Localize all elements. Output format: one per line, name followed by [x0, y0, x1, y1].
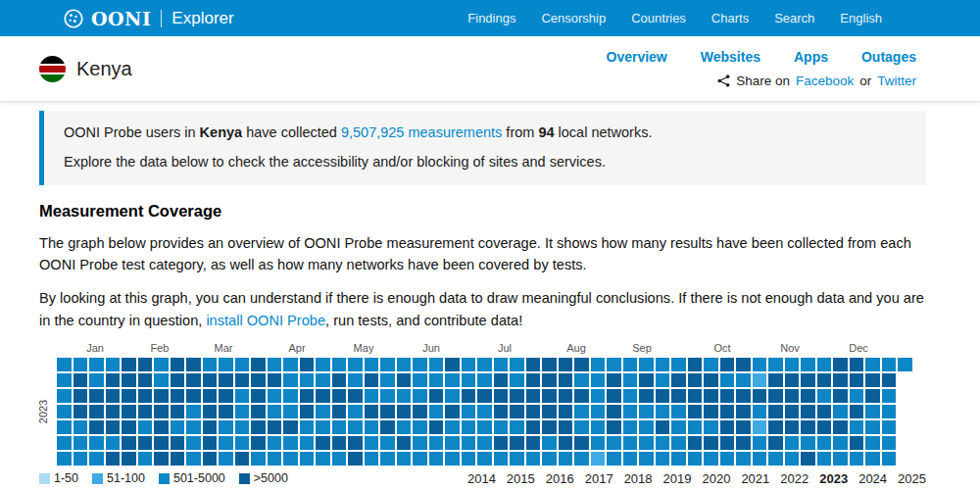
heatmap-cell[interactable]	[106, 373, 121, 387]
heatmap-cell[interactable]	[219, 373, 233, 387]
heatmap-cell[interactable]	[623, 389, 638, 403]
heatmap-cell[interactable]	[316, 405, 330, 418]
heatmap-cell[interactable]	[445, 436, 460, 450]
heatmap-cell[interactable]	[235, 436, 250, 450]
heatmap-cell[interactable]	[656, 358, 670, 371]
heatmap-cell[interactable]	[656, 405, 670, 418]
heatmap-cell[interactable]	[607, 420, 621, 434]
heatmap-cell[interactable]	[138, 389, 153, 403]
heatmap-cell[interactable]	[380, 389, 395, 403]
heatmap-cell[interactable]	[817, 452, 832, 466]
heatmap-cell[interactable]	[89, 373, 104, 387]
heatmap-cell[interactable]	[591, 389, 606, 403]
heatmap-cell[interactable]	[720, 436, 735, 450]
heatmap-cell[interactable]	[154, 373, 169, 387]
heatmap-cell[interactable]	[380, 420, 395, 434]
heatmap-cell[interactable]	[720, 358, 735, 371]
heatmap-cell[interactable]	[251, 373, 266, 387]
heatmap-cell[interactable]	[251, 436, 266, 450]
heatmap-cell[interactable]	[186, 436, 201, 450]
heatmap-cell[interactable]	[768, 373, 783, 387]
heatmap-cell[interactable]	[397, 452, 412, 466]
heatmap-cell[interactable]	[656, 389, 670, 403]
heatmap-cell[interactable]	[348, 405, 363, 418]
heatmap-cell[interactable]	[656, 373, 670, 387]
heatmap-cell[interactable]	[882, 420, 897, 434]
heatmap-cell[interactable]	[850, 420, 864, 434]
heatmap-cell[interactable]	[219, 420, 233, 434]
heatmap-cell[interactable]	[429, 358, 444, 371]
heatmap-cell[interactable]	[413, 358, 427, 371]
heatmap-cell[interactable]	[365, 389, 379, 403]
heatmap-cell[interactable]	[736, 405, 751, 418]
heatmap-cell[interactable]	[574, 436, 589, 450]
heatmap-cell[interactable]	[865, 373, 880, 387]
heatmap-cell[interactable]	[656, 452, 670, 466]
heatmap-cell[interactable]	[817, 436, 832, 450]
heatmap-cell[interactable]	[235, 452, 250, 466]
heatmap-cell[interactable]	[283, 389, 298, 403]
heatmap-cell[interactable]	[510, 420, 524, 434]
heatmap-cell[interactable]	[219, 389, 233, 403]
heatmap-cell[interactable]	[494, 358, 509, 371]
heatmap-cell[interactable]	[429, 436, 444, 450]
heatmap-cell[interactable]	[753, 452, 767, 466]
heatmap-cell[interactable]	[89, 420, 104, 434]
heatmap-cell[interactable]	[688, 358, 703, 371]
heatmap-cell[interactable]	[607, 389, 621, 403]
measurements-count-link[interactable]: 9,507,925 measurements	[341, 124, 502, 140]
heatmap-cell[interactable]	[607, 358, 621, 371]
heatmap-cell[interactable]	[122, 405, 136, 418]
heatmap-cell[interactable]	[671, 373, 686, 387]
heatmap-cell[interactable]	[462, 373, 476, 387]
heatmap-cell[interactable]	[235, 389, 250, 403]
heatmap-cell[interactable]	[801, 420, 815, 434]
heatmap-cell[interactable]	[720, 389, 735, 403]
heatmap-cell[interactable]	[704, 389, 718, 403]
heatmap-cell[interactable]	[397, 405, 412, 418]
heatmap-cell[interactable]	[106, 358, 121, 371]
heatmap-cell[interactable]	[785, 389, 800, 403]
heatmap-cell[interactable]	[445, 358, 460, 371]
heatmap-cell[interactable]	[74, 452, 88, 466]
heatmap-cell[interactable]	[736, 436, 751, 450]
heatmap-cell[interactable]	[785, 405, 800, 418]
heatmap-cell[interactable]	[639, 373, 654, 387]
heatmap-cell[interactable]	[477, 436, 492, 450]
heatmap-cell[interactable]	[510, 436, 524, 450]
heatmap-cell[interactable]	[704, 358, 718, 371]
heatmap-cell[interactable]	[89, 389, 104, 403]
heatmap-cell[interactable]	[154, 389, 169, 403]
ooni-explorer-logo[interactable]: OONI Explorer	[64, 8, 234, 29]
heatmap-cell[interactable]	[542, 436, 557, 450]
heatmap-cell[interactable]	[429, 452, 444, 466]
heatmap-cell[interactable]	[429, 420, 444, 434]
heatmap-cell[interactable]	[542, 452, 557, 466]
heatmap-cell[interactable]	[736, 452, 751, 466]
heatmap-cell[interactable]	[397, 436, 412, 450]
heatmap-cell[interactable]	[753, 405, 767, 418]
heatmap-cell[interactable]	[283, 358, 298, 371]
heatmap-cell[interactable]	[316, 373, 330, 387]
heatmap-cell[interactable]	[882, 358, 897, 371]
heatmap-cell[interactable]	[365, 373, 379, 387]
heatmap-cell[interactable]	[332, 405, 347, 418]
heatmap-cell[interactable]	[817, 405, 832, 418]
heatmap-cell[interactable]	[332, 389, 347, 403]
heatmap-cell[interactable]	[171, 373, 185, 387]
heatmap-cell[interactable]	[882, 405, 897, 418]
heatmap-cell[interactable]	[219, 405, 233, 418]
heatmap-cell[interactable]	[882, 436, 897, 450]
heatmap-cell[interactable]	[477, 373, 492, 387]
heatmap-cell[interactable]	[526, 420, 541, 434]
year-2018[interactable]: 2018	[624, 471, 653, 486]
heatmap-cell[interactable]	[251, 452, 266, 466]
heatmap-cell[interactable]	[736, 358, 751, 371]
heatmap-cell[interactable]	[106, 452, 121, 466]
heatmap-cell[interactable]	[688, 436, 703, 450]
year-2015[interactable]: 2015	[507, 471, 535, 486]
heatmap-cell[interactable]	[268, 405, 282, 418]
heatmap-cell[interactable]	[138, 420, 153, 434]
heatmap-cell[interactable]	[801, 436, 815, 450]
heatmap-cell[interactable]	[348, 436, 363, 450]
